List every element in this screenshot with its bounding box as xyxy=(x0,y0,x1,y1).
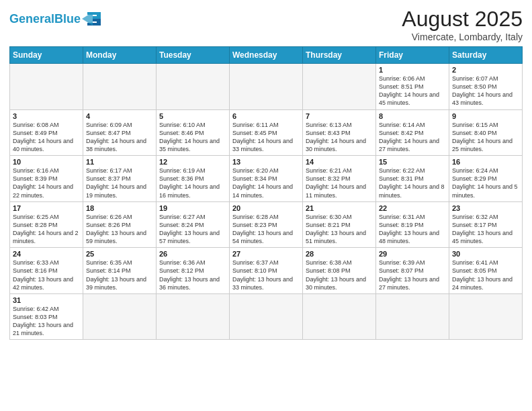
weekday-header-monday: Monday xyxy=(83,47,157,64)
day-info: Sunrise: 6:35 AM Sunset: 8:14 PM Dayligh… xyxy=(86,259,153,291)
day-number: 18 xyxy=(86,204,153,212)
day-info: Sunrise: 6:20 AM Sunset: 8:34 PM Dayligh… xyxy=(232,167,300,199)
calendar-table: SundayMondayTuesdayWednesdayThursdayFrid… xyxy=(9,46,523,340)
calendar-cell: 13Sunrise: 6:20 AM Sunset: 8:34 PM Dayli… xyxy=(230,156,303,202)
day-info: Sunrise: 6:30 AM Sunset: 8:21 PM Dayligh… xyxy=(306,213,373,246)
day-number: 16 xyxy=(452,158,519,166)
calendar-cell xyxy=(83,64,157,110)
day-number: 28 xyxy=(306,250,373,258)
day-number: 11 xyxy=(86,158,153,166)
day-number: 15 xyxy=(379,158,446,166)
logo-icon xyxy=(82,9,103,28)
day-number: 3 xyxy=(13,112,80,120)
day-number: 17 xyxy=(13,204,80,212)
day-info: Sunrise: 6:08 AM Sunset: 8:49 PM Dayligh… xyxy=(13,121,80,154)
day-number: 31 xyxy=(13,296,80,304)
day-info: Sunrise: 6:13 AM Sunset: 8:43 PM Dayligh… xyxy=(306,121,373,154)
calendar-cell xyxy=(157,293,230,340)
day-number: 24 xyxy=(13,250,80,258)
header: GeneralBlue August 2025 Vimercate, Lomba… xyxy=(9,7,523,42)
day-info: Sunrise: 6:10 AM Sunset: 8:46 PM Dayligh… xyxy=(159,121,226,154)
calendar-cell xyxy=(10,64,83,110)
calendar-week-0: 1Sunrise: 6:06 AM Sunset: 8:51 PM Daylig… xyxy=(10,64,523,110)
day-info: Sunrise: 6:25 AM Sunset: 8:28 PM Dayligh… xyxy=(13,213,80,246)
weekday-header-wednesday: Wednesday xyxy=(230,47,303,64)
calendar-cell xyxy=(303,293,376,340)
day-info: Sunrise: 6:16 AM Sunset: 8:39 PM Dayligh… xyxy=(13,167,80,199)
day-number: 7 xyxy=(306,112,373,120)
calendar-cell xyxy=(303,64,376,110)
day-info: Sunrise: 6:09 AM Sunset: 8:47 PM Dayligh… xyxy=(86,121,153,154)
day-info: Sunrise: 6:41 AM Sunset: 8:05 PM Dayligh… xyxy=(452,259,519,291)
calendar-cell xyxy=(157,64,230,110)
day-number: 12 xyxy=(159,158,226,166)
calendar-cell xyxy=(83,293,157,340)
day-number: 26 xyxy=(159,250,226,258)
calendar-cell: 2Sunrise: 6:07 AM Sunset: 8:50 PM Daylig… xyxy=(449,64,523,110)
calendar-cell: 10Sunrise: 6:16 AM Sunset: 8:39 PM Dayli… xyxy=(10,156,83,202)
day-number: 25 xyxy=(86,250,153,258)
calendar-cell: 7Sunrise: 6:13 AM Sunset: 8:43 PM Daylig… xyxy=(303,109,376,156)
calendar-title: August 2025 xyxy=(402,7,523,32)
day-info: Sunrise: 6:07 AM Sunset: 8:50 PM Dayligh… xyxy=(452,75,519,107)
calendar-week-4: 24Sunrise: 6:33 AM Sunset: 8:16 PM Dayli… xyxy=(10,248,523,294)
logo-general: General xyxy=(9,12,54,26)
calendar-week-5: 31Sunrise: 6:42 AM Sunset: 8:03 PM Dayli… xyxy=(10,293,523,340)
day-number: 23 xyxy=(452,204,519,212)
calendar-cell: 19Sunrise: 6:27 AM Sunset: 8:24 PM Dayli… xyxy=(157,201,230,248)
day-info: Sunrise: 6:06 AM Sunset: 8:51 PM Dayligh… xyxy=(379,75,446,107)
day-number: 2 xyxy=(452,66,519,74)
calendar-cell: 31Sunrise: 6:42 AM Sunset: 8:03 PM Dayli… xyxy=(10,293,83,340)
day-info: Sunrise: 6:39 AM Sunset: 8:07 PM Dayligh… xyxy=(379,259,446,291)
calendar-cell xyxy=(376,293,449,340)
calendar-cell: 1Sunrise: 6:06 AM Sunset: 8:51 PM Daylig… xyxy=(376,64,449,110)
calendar-cell: 24Sunrise: 6:33 AM Sunset: 8:16 PM Dayli… xyxy=(10,248,83,294)
calendar-cell: 23Sunrise: 6:32 AM Sunset: 8:17 PM Dayli… xyxy=(449,201,523,248)
weekday-header-thursday: Thursday xyxy=(303,47,376,64)
day-info: Sunrise: 6:21 AM Sunset: 8:32 PM Dayligh… xyxy=(306,167,373,199)
day-info: Sunrise: 6:38 AM Sunset: 8:08 PM Dayligh… xyxy=(306,259,373,291)
calendar-cell: 11Sunrise: 6:17 AM Sunset: 8:37 PM Dayli… xyxy=(83,156,157,202)
page: GeneralBlue August 2025 Vimercate, Lomba… xyxy=(0,0,532,411)
day-number: 22 xyxy=(379,204,446,212)
day-info: Sunrise: 6:11 AM Sunset: 8:45 PM Dayligh… xyxy=(232,121,300,154)
calendar-cell: 28Sunrise: 6:38 AM Sunset: 8:08 PM Dayli… xyxy=(303,248,376,294)
day-number: 29 xyxy=(379,250,446,258)
calendar-cell: 30Sunrise: 6:41 AM Sunset: 8:05 PM Dayli… xyxy=(449,248,523,294)
day-info: Sunrise: 6:26 AM Sunset: 8:26 PM Dayligh… xyxy=(86,213,153,246)
calendar-cell: 12Sunrise: 6:19 AM Sunset: 8:36 PM Dayli… xyxy=(157,156,230,202)
calendar-cell: 21Sunrise: 6:30 AM Sunset: 8:21 PM Dayli… xyxy=(303,201,376,248)
calendar-cell: 22Sunrise: 6:31 AM Sunset: 8:19 PM Dayli… xyxy=(376,201,449,248)
calendar-header-row: SundayMondayTuesdayWednesdayThursdayFrid… xyxy=(10,47,523,64)
day-info: Sunrise: 6:14 AM Sunset: 8:42 PM Dayligh… xyxy=(379,121,446,154)
calendar-week-3: 17Sunrise: 6:25 AM Sunset: 8:28 PM Dayli… xyxy=(10,201,523,248)
calendar-cell: 4Sunrise: 6:09 AM Sunset: 8:47 PM Daylig… xyxy=(83,109,157,156)
calendar-cell xyxy=(230,64,303,110)
day-number: 19 xyxy=(159,204,226,212)
logo-text: GeneralBlue xyxy=(9,12,81,26)
day-number: 30 xyxy=(452,250,519,258)
calendar-cell: 17Sunrise: 6:25 AM Sunset: 8:28 PM Dayli… xyxy=(10,201,83,248)
day-number: 1 xyxy=(379,66,446,74)
day-number: 6 xyxy=(232,112,300,120)
calendar-cell xyxy=(449,293,523,340)
calendar-cell: 15Sunrise: 6:22 AM Sunset: 8:31 PM Dayli… xyxy=(376,156,449,202)
calendar-cell: 8Sunrise: 6:14 AM Sunset: 8:42 PM Daylig… xyxy=(376,109,449,156)
day-number: 10 xyxy=(13,158,80,166)
logo-blue: Blue xyxy=(54,12,81,26)
day-number: 14 xyxy=(306,158,373,166)
weekday-header-sunday: Sunday xyxy=(10,47,83,64)
day-info: Sunrise: 6:36 AM Sunset: 8:12 PM Dayligh… xyxy=(159,259,226,291)
day-info: Sunrise: 6:22 AM Sunset: 8:31 PM Dayligh… xyxy=(379,167,446,199)
calendar-cell: 6Sunrise: 6:11 AM Sunset: 8:45 PM Daylig… xyxy=(230,109,303,156)
day-info: Sunrise: 6:37 AM Sunset: 8:10 PM Dayligh… xyxy=(232,259,300,291)
day-number: 21 xyxy=(306,204,373,212)
day-number: 20 xyxy=(232,204,300,212)
day-info: Sunrise: 6:27 AM Sunset: 8:24 PM Dayligh… xyxy=(159,213,226,246)
day-number: 8 xyxy=(379,112,446,120)
calendar-cell: 26Sunrise: 6:36 AM Sunset: 8:12 PM Dayli… xyxy=(157,248,230,294)
day-info: Sunrise: 6:15 AM Sunset: 8:40 PM Dayligh… xyxy=(452,121,519,154)
calendar-cell: 16Sunrise: 6:24 AM Sunset: 8:29 PM Dayli… xyxy=(449,156,523,202)
day-number: 4 xyxy=(86,112,153,120)
day-number: 5 xyxy=(159,112,226,120)
